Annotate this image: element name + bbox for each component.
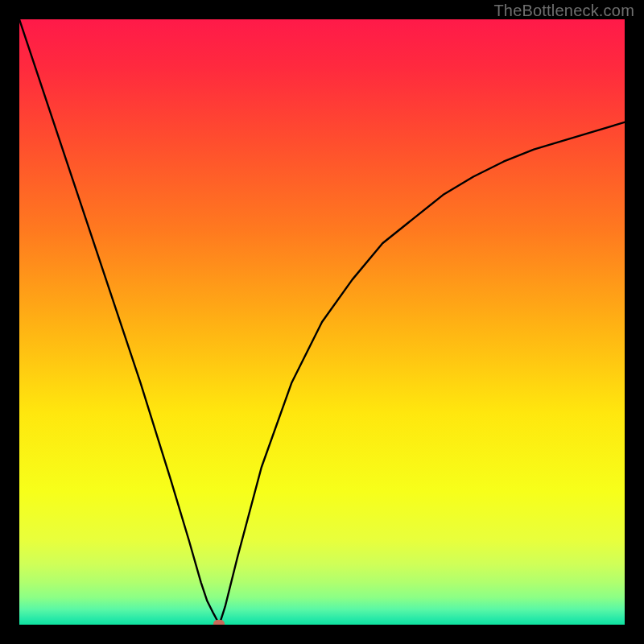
watermark-label: TheBottleneck.com: [493, 2, 634, 20]
chart-frame: TheBottleneck.com: [0, 0, 644, 644]
bottleneck-curve: [19, 19, 625, 625]
plot-area: [19, 19, 625, 625]
optimal-marker: [213, 620, 225, 625]
